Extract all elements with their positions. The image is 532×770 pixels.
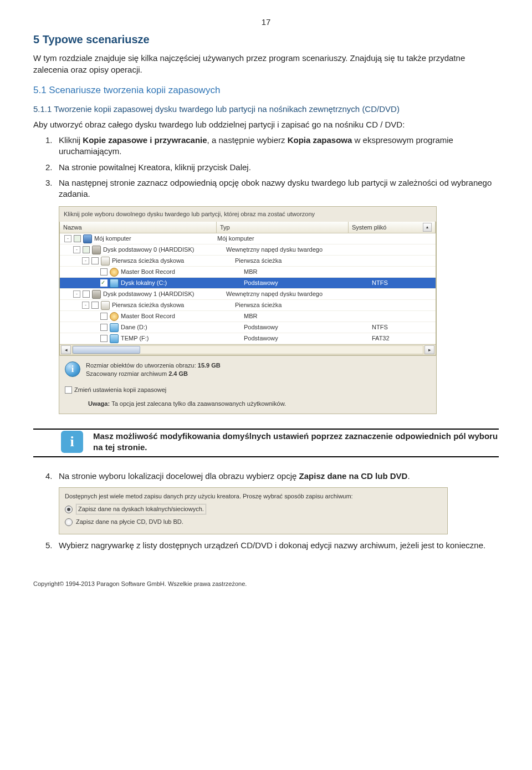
tip-text: Masz możliwość modyfikowania domyślnych … bbox=[93, 431, 498, 452]
checkbox-icon[interactable] bbox=[100, 313, 108, 320]
step-number: 5. bbox=[45, 540, 59, 551]
tree-toggle-icon[interactable]: - bbox=[73, 290, 80, 298]
table-row[interactable]: Master Boot RecordMBR bbox=[60, 267, 436, 278]
change-settings-label: Zmień ustawienia kopii zapasowej bbox=[74, 386, 166, 394]
separator bbox=[33, 456, 499, 457]
note-text: Uwaga: Ta opcja jest zalecana tylko dla … bbox=[59, 400, 436, 414]
checkbox-icon[interactable] bbox=[100, 279, 108, 287]
table-row[interactable]: -Dysk podstawowy 1 (HARDDISK)Wewnętrzny … bbox=[60, 289, 436, 300]
item-name: Dysk podstawowy 1 (HARDDISK) bbox=[103, 290, 194, 298]
checkbox-icon[interactable] bbox=[83, 290, 90, 298]
scrollbar-thumb[interactable] bbox=[73, 346, 140, 354]
table-row[interactable]: TEMP (F:)PodstawowyFAT32 bbox=[60, 333, 436, 344]
copyright: Copyright© 1994-2013 Paragon Software Gm… bbox=[33, 580, 499, 588]
item-name: Master Boot Record bbox=[121, 268, 175, 276]
item-type: Pierwsza ścieżka bbox=[232, 257, 360, 265]
table-header[interactable]: Nazwa Typ System plikó ▴ bbox=[60, 222, 436, 233]
scroll-left-icon[interactable]: ◂ bbox=[61, 345, 71, 354]
radio-option-disc[interactable]: Zapisz dane na płycie CD, DVD lub BD. bbox=[65, 518, 442, 526]
item-name: Dane (D:) bbox=[121, 323, 147, 332]
col-header-type[interactable]: Typ bbox=[217, 222, 349, 233]
scroll-right-icon[interactable]: ▸ bbox=[424, 345, 434, 354]
item-type: MBR bbox=[241, 312, 369, 320]
info-value: 2.4 GB bbox=[168, 370, 188, 377]
checkbox-icon[interactable] bbox=[91, 257, 99, 264]
mbr-icon bbox=[110, 312, 119, 321]
item-type: Wewnętrzny napęd dysku twardego bbox=[223, 290, 351, 298]
table-row[interactable]: -Mój komputerMój komputer bbox=[60, 233, 436, 244]
step-text: Kliknij bbox=[59, 135, 83, 145]
step-text: . bbox=[407, 471, 410, 481]
tree-toggle-icon[interactable]: - bbox=[73, 246, 80, 253]
heading-2: 5.1 Scenariusze tworzenia kopii zapasowy… bbox=[33, 84, 499, 97]
step-bold: Zapisz dane na CD lub DVD bbox=[299, 471, 408, 481]
info-text: Szacowany rozmiar archiwum bbox=[86, 370, 168, 377]
item-name: TEMP (F:) bbox=[121, 334, 149, 343]
item-filesystem: NTFS bbox=[369, 279, 436, 287]
intro-paragraph: W tym rozdziale znajduje się kilka najcz… bbox=[33, 53, 499, 75]
item-type: Podstawowy bbox=[241, 323, 369, 332]
scroll-up-icon[interactable]: ▴ bbox=[423, 223, 432, 232]
mbr-icon bbox=[110, 268, 119, 277]
step-text: Na stronie wyboru lokalizacji docelowej … bbox=[59, 471, 299, 481]
step-1: 1. Kliknij Kopie zapasowe i przywracanie… bbox=[45, 135, 499, 157]
item-type: Mój komputer bbox=[214, 234, 342, 243]
scrollbar-track[interactable] bbox=[72, 345, 423, 354]
drive-icon bbox=[110, 334, 119, 343]
separator bbox=[33, 429, 499, 430]
hdd-icon bbox=[92, 290, 101, 299]
info-icon: i bbox=[65, 361, 80, 377]
info-panel: i Rozmiar obiektów do utworzenia obrazu:… bbox=[59, 355, 436, 384]
table-row[interactable]: -Dysk podstawowy 0 (HARDDISK)Wewnętrzny … bbox=[60, 244, 436, 256]
computer-icon bbox=[83, 234, 92, 243]
item-type: Podstawowy bbox=[241, 334, 369, 343]
step-2: 2. Na stronie powitalnej Kreatora, klikn… bbox=[45, 162, 499, 173]
item-type: Wewnętrzny napęd dysku twardego bbox=[223, 246, 351, 254]
checkbox-icon[interactable] bbox=[100, 268, 108, 276]
heading-1: 5 Typowe scenariusze bbox=[33, 32, 499, 47]
tree-toggle-icon[interactable]: - bbox=[64, 235, 71, 242]
radio-option-local[interactable]: Zapisz dane na dyskach lokalnych/sieciow… bbox=[65, 504, 442, 514]
track-icon bbox=[101, 257, 110, 266]
aim-paragraph: Aby utworzyć obraz całego dysku twardego… bbox=[33, 119, 499, 130]
checkbox-icon[interactable] bbox=[100, 335, 108, 342]
screenshot-instruction: Dostępnych jest wiele metod zapisu danyc… bbox=[65, 492, 442, 501]
item-type: MBR bbox=[241, 268, 369, 276]
item-name: Pierwsza ścieżka dyskowa bbox=[112, 257, 184, 265]
step-bold: Kopie zapasowe i przywracanie bbox=[83, 135, 207, 145]
item-filesystem: FAT32 bbox=[369, 334, 436, 343]
info-value: 15.9 GB bbox=[198, 362, 221, 369]
table-row[interactable]: Master Boot RecordMBR bbox=[60, 311, 436, 322]
item-name: Dysk lokalny (C:) bbox=[121, 279, 167, 287]
table-row[interactable]: -Pierwsza ścieżka dyskowaPierwsza ścieżk… bbox=[60, 300, 436, 311]
step-text: Na następnej stronie zaznacz odpowiednią… bbox=[59, 177, 499, 200]
checkbox-icon[interactable] bbox=[91, 302, 99, 309]
radio-label: Zapisz dane na płycie CD, DVD lub BD. bbox=[76, 518, 183, 526]
checkbox-icon[interactable] bbox=[83, 246, 90, 253]
step-text: , a następnie wybierz bbox=[207, 135, 288, 145]
item-name: Dysk podstawowy 0 (HARDDISK) bbox=[103, 246, 194, 254]
horizontal-scrollbar[interactable]: ◂ ▸ bbox=[60, 344, 436, 355]
radio-icon[interactable] bbox=[65, 506, 73, 513]
checkbox-icon[interactable] bbox=[100, 324, 108, 331]
col-header-filesystem[interactable]: System plikó bbox=[352, 223, 386, 232]
tree-toggle-icon[interactable]: - bbox=[82, 257, 89, 264]
info-icon: i bbox=[61, 431, 83, 453]
table-row[interactable]: Dysk lokalny (C:)PodstawowyNTFS bbox=[60, 278, 436, 289]
item-name: Master Boot Record bbox=[121, 312, 175, 320]
screenshot-save-method: Dostępnych jest wiele metod zapisu danyc… bbox=[59, 487, 448, 534]
checkbox-icon[interactable] bbox=[65, 386, 72, 394]
item-name: Mój komputer bbox=[94, 234, 131, 243]
table-row[interactable]: Dane (D:)PodstawowyNTFS bbox=[60, 322, 436, 333]
col-header-name[interactable]: Nazwa bbox=[60, 222, 217, 233]
hdd-icon bbox=[92, 246, 101, 254]
info-text: Rozmiar obiektów do utworzenia obrazu: bbox=[86, 362, 198, 369]
change-settings-checkbox[interactable]: Zmień ustawienia kopii zapasowej bbox=[65, 386, 431, 394]
step-number: 3. bbox=[45, 177, 59, 200]
radio-label: Zapisz dane na dyskach lokalnych/sieciow… bbox=[76, 504, 206, 514]
checkbox-icon[interactable] bbox=[74, 235, 81, 242]
tree-toggle-icon[interactable]: - bbox=[82, 302, 89, 309]
table-row[interactable]: -Pierwsza ścieżka dyskowaPierwsza ścieżk… bbox=[60, 256, 436, 267]
item-filesystem: NTFS bbox=[369, 323, 436, 332]
radio-icon[interactable] bbox=[65, 518, 73, 526]
